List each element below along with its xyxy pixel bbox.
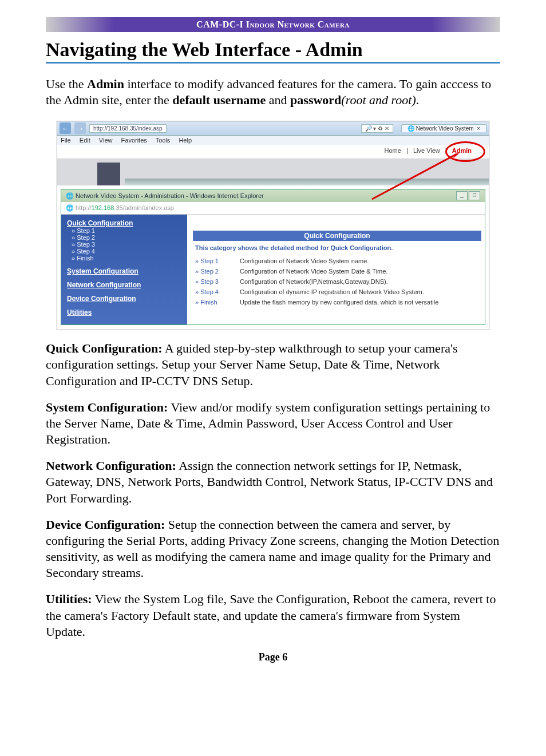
intro-end: . xyxy=(416,93,420,107)
label-device: Device Configuration: xyxy=(46,517,165,532)
table-row: » Step 2Configuration of Network Video S… xyxy=(193,266,485,276)
addr-path: 35/admin/aindex.asp xyxy=(116,204,174,211)
cell-step[interactable]: » Finish xyxy=(193,297,238,307)
page-number: Page 6 xyxy=(46,651,500,663)
label-system: System Configuration: xyxy=(46,400,168,414)
tab-label: Network Video System xyxy=(416,125,474,132)
menu-favorites[interactable]: Favorites xyxy=(121,137,147,144)
menu-file[interactable]: File xyxy=(61,137,71,144)
admin-body: Quick Configuration » Step 1 » Step 2 » … xyxy=(61,215,485,324)
header-band: CAM-DC-I Indoor Network Camera xyxy=(46,17,500,32)
admin-address-bar[interactable]: 🌐 http://192.168.35/admin/aindex.asp xyxy=(61,202,485,215)
sidebar-system-config[interactable]: System Configuration xyxy=(67,267,181,275)
intro-paragraph: Use the Admin interface to modify advanc… xyxy=(46,76,500,108)
menu-help[interactable]: Help xyxy=(179,137,192,144)
addr-scheme: http:// xyxy=(76,204,92,211)
table-row: » Step 1Configuration of Network Video S… xyxy=(193,256,485,266)
sidebar-device-config[interactable]: Device Configuration xyxy=(67,295,181,303)
active-tab-shadow xyxy=(97,163,120,185)
section-device: Device Configuration: Setup the connecti… xyxy=(46,517,500,581)
cell-step[interactable]: » Step 4 xyxy=(193,287,238,297)
menu-view[interactable]: View xyxy=(99,137,113,144)
admin-sidebar: Quick Configuration » Step 1 » Step 2 » … xyxy=(61,215,187,324)
tab-track xyxy=(125,179,489,185)
section-system: System Configuration: View and/or modify… xyxy=(46,399,500,448)
intro-pre: Use the xyxy=(46,77,87,91)
cell-step[interactable]: » Step 3 xyxy=(193,276,238,287)
menu-edit[interactable]: Edit xyxy=(80,137,90,144)
page-title: Navigating the Web Interface - Admin xyxy=(46,39,500,64)
admin-window: 🌐 Network Video System - Administration … xyxy=(61,189,485,325)
header-text: CAM-DC-I Indoor Network Camera xyxy=(196,19,350,29)
sidebar-utilities[interactable]: Utilities xyxy=(67,308,181,316)
content-heading: Quick Configuration xyxy=(193,231,481,241)
addr-host: 192.168. xyxy=(92,204,116,211)
browser-screenshot: ← → http://192.168.35/index.asp 🔎 ▾ ♻ ✕ … xyxy=(57,121,489,330)
label-utilities: Utilities: xyxy=(46,592,92,606)
cell-desc: Configuration of Network Video System na… xyxy=(238,256,485,266)
admin-window-titlebar: 🌐 Network Video System - Administration … xyxy=(61,189,485,202)
link-home[interactable]: Home xyxy=(385,147,401,154)
intro-password: password xyxy=(290,93,341,107)
section-utilities: Utilities: View the System Log file, Sav… xyxy=(46,591,500,639)
admin-highlight-oval xyxy=(445,141,485,162)
back-button[interactable]: ← xyxy=(60,122,71,134)
text-utilities: View the System Log file, Save the Confi… xyxy=(46,592,496,638)
search-hint: 🔎 ▾ ♻ ✕ xyxy=(365,125,389,132)
cell-desc: Configuration of dynamic IP registration… xyxy=(238,287,485,297)
sidebar-step2[interactable]: » Step 2 xyxy=(72,234,181,241)
intro-default-username: default username xyxy=(172,93,266,107)
cell-step[interactable]: » Step 2 xyxy=(193,266,238,276)
sidebar-finish[interactable]: » Finish xyxy=(72,255,181,262)
table-row: » Step 3Configuration of Network(IP,Netm… xyxy=(193,276,485,287)
browser-topbar: ← → http://192.168.35/index.asp 🔎 ▾ ♻ ✕ … xyxy=(57,121,489,136)
window-controls: _□ xyxy=(455,191,480,200)
label-network: Network Configuration: xyxy=(46,458,176,473)
cell-desc: Configuration of Network(IP,Netmask,Gate… xyxy=(238,276,485,287)
minimize-button[interactable]: _ xyxy=(456,191,468,200)
browser-tab[interactable]: 🌐 Network Video System × xyxy=(401,124,486,132)
cell-desc: Configuration of Network Video System Da… xyxy=(238,266,485,276)
section-network: Network Configuration: Assign the connec… xyxy=(46,458,500,506)
table-row: » Step 4Configuration of dynamic IP regi… xyxy=(193,287,485,297)
admin-window-title: Network Video System - Administration - … xyxy=(76,192,264,199)
sidebar-step1[interactable]: » Step 1 xyxy=(72,227,181,234)
content-sub: This category shows the detailed method … xyxy=(193,243,485,256)
menu-tools[interactable]: Tools xyxy=(156,137,171,144)
cell-step[interactable]: » Step 1 xyxy=(193,256,238,266)
sidebar-quick-config[interactable]: Quick Configuration xyxy=(67,219,181,227)
intro-mid2: and xyxy=(266,93,290,107)
link-liveview[interactable]: Live View xyxy=(413,147,440,154)
intro-root: (root and root) xyxy=(341,93,416,107)
admin-content: Quick Configuration This category shows … xyxy=(187,215,485,324)
tab-row xyxy=(57,159,489,185)
sidebar-step4[interactable]: » Step 4 xyxy=(72,248,181,255)
intro-admin: Admin xyxy=(87,77,124,91)
quick-config-table: » Step 1Configuration of Network Video S… xyxy=(193,256,485,307)
sidebar-step3[interactable]: » Step 3 xyxy=(72,241,181,248)
page-toolbar: Home | Live View | Admin xyxy=(57,145,489,159)
section-quick: Quick Configuration: A guided step-by-st… xyxy=(46,341,500,389)
tab-strip: 🌐 Network Video System × xyxy=(401,124,486,132)
table-row: » FinishUpdate the flash memory by new c… xyxy=(193,297,485,307)
address-text: http://192.168.35/index.asp xyxy=(93,125,163,132)
sidebar-network-config[interactable]: Network Configuration xyxy=(67,281,181,289)
label-quick: Quick Configuration: xyxy=(46,341,163,355)
maximize-button[interactable]: □ xyxy=(469,191,480,200)
menubar: File Edit View Favorites Tools Help xyxy=(57,136,489,145)
forward-button[interactable]: → xyxy=(74,122,86,134)
search-controls[interactable]: 🔎 ▾ ♻ ✕ xyxy=(361,124,393,133)
address-bar[interactable]: http://192.168.35/index.asp xyxy=(89,124,167,133)
cell-desc: Update the flash memory by new configure… xyxy=(238,297,485,307)
